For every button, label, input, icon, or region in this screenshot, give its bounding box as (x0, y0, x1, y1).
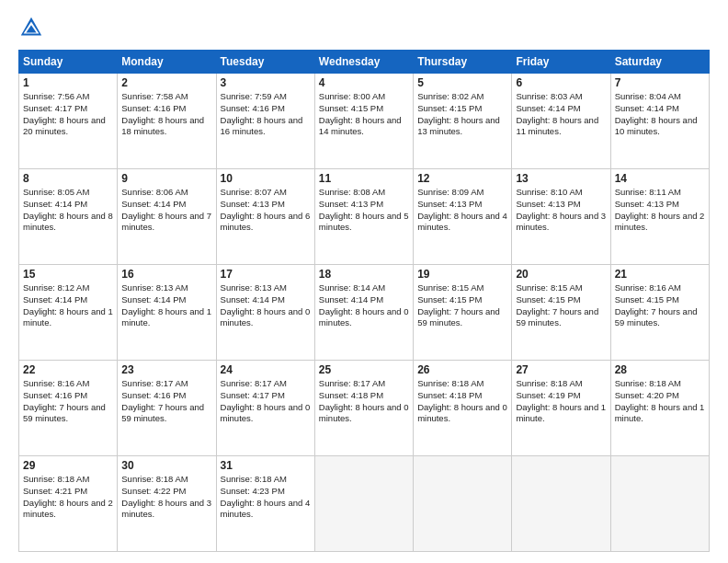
day-number: 17 (221, 268, 311, 281)
col-wednesday: Wednesday (314, 51, 413, 74)
table-row (314, 456, 413, 552)
sunrise-text: Sunrise: 7:58 AM (121, 91, 211, 103)
sunset-text: Sunset: 4:14 PM (615, 103, 705, 115)
table-row: 10 Sunrise: 8:07 AM Sunset: 4:13 PM Dayl… (216, 169, 314, 265)
day-number: 26 (417, 363, 507, 376)
col-friday: Friday (512, 51, 610, 74)
sunset-text: Sunset: 4:15 PM (615, 294, 705, 306)
day-number: 23 (121, 363, 211, 376)
table-row: 16 Sunrise: 8:13 AM Sunset: 4:14 PM Dayl… (118, 265, 216, 361)
table-row (610, 456, 709, 552)
sunrise-text: Sunrise: 8:17 AM (121, 378, 211, 390)
day-number: 12 (417, 172, 507, 185)
table-row: 18 Sunrise: 8:14 AM Sunset: 4:14 PM Dayl… (314, 265, 413, 361)
day-number: 13 (516, 172, 606, 185)
day-number: 5 (417, 76, 507, 89)
sunrise-text: Sunrise: 8:04 AM (615, 91, 705, 103)
table-row: 14 Sunrise: 8:11 AM Sunset: 4:13 PM Dayl… (610, 169, 709, 265)
calendar-week-0: 1 Sunrise: 7:56 AM Sunset: 4:17 PM Dayli… (19, 74, 710, 169)
sunset-text: Sunset: 4:17 PM (221, 390, 311, 402)
table-row: 31 Sunrise: 8:18 AM Sunset: 4:23 PM Dayl… (216, 456, 314, 552)
table-row: 4 Sunrise: 8:00 AM Sunset: 4:15 PM Dayli… (314, 74, 413, 169)
daylight-label: Daylight: 8 hours and 0 minutes. (221, 306, 311, 330)
logo (18, 15, 48, 40)
sunset-text: Sunset: 4:22 PM (121, 486, 211, 498)
sunrise-text: Sunrise: 8:15 AM (516, 282, 606, 294)
sunset-text: Sunset: 4:14 PM (23, 199, 113, 211)
table-row: 3 Sunrise: 7:59 AM Sunset: 4:16 PM Dayli… (216, 74, 314, 169)
sunset-text: Sunset: 4:18 PM (319, 390, 409, 402)
daylight-label: Daylight: 8 hours and 11 minutes. (516, 115, 606, 139)
daylight-label: Daylight: 8 hours and 1 minute. (121, 306, 211, 330)
table-row: 30 Sunrise: 8:18 AM Sunset: 4:22 PM Dayl… (118, 456, 216, 552)
day-number: 29 (23, 459, 113, 472)
day-number: 15 (23, 268, 113, 281)
daylight-label: Daylight: 7 hours and 59 minutes. (23, 402, 113, 426)
sunset-text: Sunset: 4:15 PM (319, 103, 409, 115)
daylight-label: Daylight: 8 hours and 2 minutes. (23, 498, 113, 522)
calendar-week-1: 8 Sunrise: 8:05 AM Sunset: 4:14 PM Dayli… (19, 169, 710, 265)
calendar: SundayMondayTuesdayWednesdayThursdayFrid… (18, 50, 710, 552)
daylight-label: Daylight: 8 hours and 1 minute. (23, 306, 113, 330)
calendar-header-row: SundayMondayTuesdayWednesdayThursdayFrid… (19, 51, 710, 74)
sunrise-text: Sunrise: 8:05 AM (23, 187, 113, 199)
day-number: 28 (615, 363, 705, 376)
daylight-label: Daylight: 8 hours and 4 minutes. (221, 498, 311, 522)
daylight-label: Daylight: 7 hours and 59 minutes. (417, 306, 507, 330)
sunrise-text: Sunrise: 8:18 AM (221, 474, 311, 486)
day-number: 31 (221, 459, 311, 472)
sunrise-text: Sunrise: 8:18 AM (121, 474, 211, 486)
daylight-label: Daylight: 8 hours and 0 minutes. (417, 402, 507, 426)
daylight-label: Daylight: 8 hours and 7 minutes. (121, 211, 211, 235)
sunset-text: Sunset: 4:13 PM (319, 199, 409, 211)
sunset-text: Sunset: 4:14 PM (23, 294, 113, 306)
daylight-label: Daylight: 8 hours and 3 minutes. (516, 211, 606, 235)
table-row: 29 Sunrise: 8:18 AM Sunset: 4:21 PM Dayl… (19, 456, 118, 552)
sunrise-text: Sunrise: 8:18 AM (615, 378, 705, 390)
sunrise-text: Sunrise: 8:06 AM (121, 187, 211, 199)
table-row: 13 Sunrise: 8:10 AM Sunset: 4:13 PM Dayl… (512, 169, 610, 265)
sunset-text: Sunset: 4:19 PM (516, 390, 606, 402)
col-thursday: Thursday (414, 51, 512, 74)
table-row: 2 Sunrise: 7:58 AM Sunset: 4:16 PM Dayli… (118, 74, 216, 169)
sunset-text: Sunset: 4:20 PM (615, 390, 705, 402)
col-tuesday: Tuesday (216, 51, 314, 74)
sunrise-text: Sunrise: 8:18 AM (417, 378, 507, 390)
sunrise-text: Sunrise: 8:03 AM (516, 91, 606, 103)
sunrise-text: Sunrise: 8:18 AM (23, 474, 113, 486)
daylight-label: Daylight: 8 hours and 1 minute. (615, 402, 705, 426)
table-row: 27 Sunrise: 8:18 AM Sunset: 4:19 PM Dayl… (512, 361, 610, 456)
table-row: 19 Sunrise: 8:15 AM Sunset: 4:15 PM Dayl… (414, 265, 512, 361)
sunrise-text: Sunrise: 7:56 AM (23, 91, 113, 103)
day-number: 7 (615, 76, 705, 89)
day-number: 27 (516, 363, 606, 376)
table-row: 6 Sunrise: 8:03 AM Sunset: 4:14 PM Dayli… (512, 74, 610, 169)
sunrise-text: Sunrise: 8:10 AM (516, 187, 606, 199)
day-number: 24 (221, 363, 311, 376)
day-number: 21 (615, 268, 705, 281)
day-number: 25 (319, 363, 409, 376)
sunset-text: Sunset: 4:23 PM (221, 486, 311, 498)
header (18, 15, 710, 40)
col-saturday: Saturday (610, 51, 709, 74)
day-number: 19 (417, 268, 507, 281)
table-row: 24 Sunrise: 8:17 AM Sunset: 4:17 PM Dayl… (216, 361, 314, 456)
sunset-text: Sunset: 4:14 PM (221, 294, 311, 306)
day-number: 4 (319, 76, 409, 89)
sunrise-text: Sunrise: 8:13 AM (121, 282, 211, 294)
daylight-label: Daylight: 7 hours and 59 minutes. (121, 402, 211, 426)
table-row (414, 456, 512, 552)
sunrise-text: Sunrise: 8:12 AM (23, 282, 113, 294)
sunrise-text: Sunrise: 8:15 AM (417, 282, 507, 294)
table-row: 20 Sunrise: 8:15 AM Sunset: 4:15 PM Dayl… (512, 265, 610, 361)
table-row: 11 Sunrise: 8:08 AM Sunset: 4:13 PM Dayl… (314, 169, 413, 265)
sunset-text: Sunset: 4:17 PM (23, 103, 113, 115)
sunrise-text: Sunrise: 8:16 AM (23, 378, 113, 390)
daylight-label: Daylight: 8 hours and 18 minutes. (121, 115, 211, 139)
table-row: 28 Sunrise: 8:18 AM Sunset: 4:20 PM Dayl… (610, 361, 709, 456)
sunrise-text: Sunrise: 8:02 AM (417, 91, 507, 103)
day-number: 10 (221, 172, 311, 185)
daylight-label: Daylight: 8 hours and 3 minutes. (121, 498, 211, 522)
day-number: 3 (221, 76, 311, 89)
logo-icon (18, 15, 44, 40)
